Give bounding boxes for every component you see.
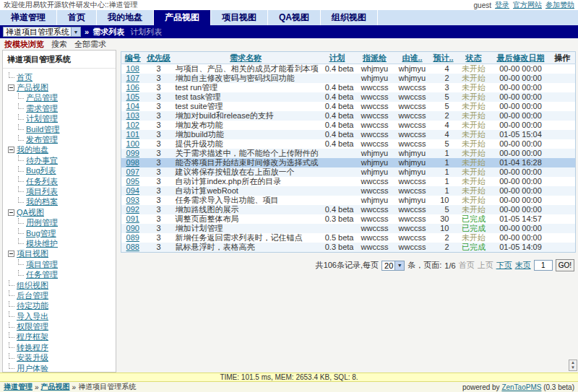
story-id-link[interactable]: 108 <box>126 64 139 73</box>
breadcrumb-link[interactable]: 产品视图 <box>41 382 70 392</box>
story-id-link[interactable]: 099 <box>126 149 139 157</box>
tree-item: 待办事宜 <box>8 155 114 165</box>
topbar-link[interactable]: 参加赞助 <box>545 0 574 10</box>
next-page-link[interactable]: 下页 <box>496 260 512 271</box>
sidebar-link[interactable]: 转换程序 <box>17 342 48 352</box>
page-number-input[interactable] <box>534 260 553 271</box>
sidebar-link[interactable]: 待定功能 <box>17 301 48 311</box>
story-id-link[interactable]: 092 <box>126 205 139 214</box>
subnav-item[interactable]: 需求列表 <box>92 27 124 38</box>
story-id-link[interactable]: 107 <box>126 74 139 82</box>
sidebar-link[interactable]: 计划管理 <box>26 114 58 124</box>
story-id-link[interactable]: 101 <box>126 130 139 139</box>
sort-link[interactable]: 由谁.. <box>402 53 422 62</box>
sidebar-link[interactable]: 发布管理 <box>26 134 58 144</box>
sidebar-link[interactable]: 后台管理 <box>17 290 48 300</box>
toolbar-item[interactable]: 搜索 <box>51 39 67 50</box>
story-id-link[interactable]: 098 <box>126 158 139 167</box>
nav-tab[interactable]: 项目视图 <box>211 10 268 25</box>
toolbar-item[interactable]: 按模块浏览 <box>4 39 44 50</box>
sidebar-link[interactable]: QA视图 <box>17 207 44 217</box>
sidebar-link[interactable]: 模块维护 <box>26 238 58 248</box>
page-size-select[interactable]: 20 ▼ <box>381 261 405 271</box>
subnav-item[interactable]: 计划列表 <box>130 27 162 38</box>
story-id-link[interactable]: 089 <box>126 233 139 242</box>
cell-estimate: 4 <box>431 64 456 74</box>
breadcrumb-link[interactable]: 禅道管理 <box>4 382 33 392</box>
story-id-link[interactable]: 093 <box>126 196 139 204</box>
sort-link[interactable]: 编号 <box>125 53 141 62</box>
story-id-link[interactable]: 104 <box>126 102 139 110</box>
story-id-link[interactable]: 102 <box>126 121 139 129</box>
story-id-link[interactable]: 090 <box>126 224 139 232</box>
sidebar-link[interactable]: 项目列表 <box>26 186 58 196</box>
story-id-link[interactable]: 103 <box>126 111 139 120</box>
cell-plan <box>319 196 356 205</box>
sidebar-link[interactable]: 任务列表 <box>26 176 58 186</box>
sidebar-link[interactable]: 导入导出 <box>17 311 48 321</box>
sort-link[interactable]: 预计.. <box>433 53 453 62</box>
story-id-link[interactable]: 105 <box>126 92 139 101</box>
scrollbar-widget[interactable]: ▲ ▼ <box>569 360 577 371</box>
user-name: guest <box>474 1 491 9</box>
sidebar-link[interactable]: 项目管理 <box>26 259 58 269</box>
nav-tab[interactable]: QA视图 <box>268 10 321 25</box>
zentao-link[interactable]: ZenTaoPMS <box>501 383 541 391</box>
topbar-link[interactable]: 登录 <box>495 0 509 10</box>
nav-tab[interactable]: 禅道管理 <box>0 10 57 25</box>
collapse-icon[interactable] <box>8 251 14 257</box>
sidebar-link[interactable]: 组织视图 <box>17 280 48 290</box>
nav-tab[interactable]: 产品视图 <box>154 10 211 25</box>
sidebar-link[interactable]: 权限管理 <box>17 321 48 331</box>
cell-plan <box>319 74 356 83</box>
sidebar-link[interactable]: 用例管理 <box>26 217 58 227</box>
nav-tab[interactable]: 组织视图 <box>321 10 378 25</box>
sidebar-link[interactable]: 产品视图 <box>17 82 48 92</box>
collapse-icon[interactable] <box>8 84 14 91</box>
sidebar-link[interactable]: 任务管理 <box>26 269 58 279</box>
sort-link[interactable]: 最后修改日期 <box>497 53 545 62</box>
nav-tab[interactable]: 我的地盘 <box>97 10 154 25</box>
sidebar-link[interactable]: Bug管理 <box>26 228 56 238</box>
story-id-link[interactable]: 091 <box>126 214 139 223</box>
sidebar-link[interactable]: 待办事宜 <box>26 155 58 165</box>
story-id-link[interactable]: 097 <box>126 167 139 176</box>
sort-link[interactable]: 计划 <box>329 53 345 62</box>
collapse-icon[interactable] <box>8 209 14 216</box>
cell-action <box>550 149 576 158</box>
collapse-icon[interactable] <box>8 147 14 153</box>
sidebar-link[interactable]: Build管理 <box>26 124 59 134</box>
sidebar-link[interactable]: 需求管理 <box>26 103 58 113</box>
sidebar-link[interactable]: 产品管理 <box>26 93 58 103</box>
topbar-link[interactable]: 官方网站 <box>513 0 542 10</box>
story-id-link[interactable]: 094 <box>126 186 139 195</box>
chevron-down-icon[interactable]: ▼ <box>394 261 404 270</box>
story-id-link[interactable]: 088 <box>126 243 139 251</box>
sidebar-link[interactable]: 用户体验 <box>17 363 48 373</box>
toolbar-item[interactable]: 全部需求 <box>74 39 106 50</box>
go-button[interactable]: GO! <box>556 259 574 271</box>
sort-link[interactable]: 需求名称 <box>230 53 262 62</box>
sidebar-link[interactable]: 首页 <box>17 72 33 82</box>
nav-tab[interactable]: 首页 <box>57 10 97 25</box>
chevron-down-icon[interactable]: ▼ <box>71 27 80 36</box>
scroll-down-icon[interactable]: ▼ <box>569 365 577 370</box>
sort-link[interactable]: 指派给 <box>363 53 387 62</box>
cell-estimate: 2 <box>431 233 456 243</box>
cell-status: 未开始 <box>456 167 492 177</box>
cell-estimate: 5 <box>431 139 456 149</box>
sidebar-link[interactable]: 项目视图 <box>17 249 48 259</box>
last-page-link[interactable]: 末页 <box>515 260 531 271</box>
product-select[interactable]: 禅道项目管理系统 ▼ <box>3 27 81 37</box>
sort-link[interactable]: 优先级 <box>147 53 171 62</box>
sidebar-link[interactable]: 程序框架 <box>17 332 48 342</box>
story-id-link[interactable]: 100 <box>126 139 139 148</box>
sort-link[interactable]: 状态 <box>466 53 482 62</box>
scroll-up-icon[interactable]: ▲ <box>569 360 577 365</box>
sidebar-link[interactable]: Bug列表 <box>26 166 56 176</box>
sidebar-link[interactable]: 我的档案 <box>26 197 58 207</box>
sidebar-link[interactable]: 我的地盘 <box>17 145 48 155</box>
story-id-link[interactable]: 106 <box>126 83 139 92</box>
story-id-link[interactable]: 095 <box>126 177 139 186</box>
sidebar-link[interactable]: 安装升级 <box>17 353 48 363</box>
